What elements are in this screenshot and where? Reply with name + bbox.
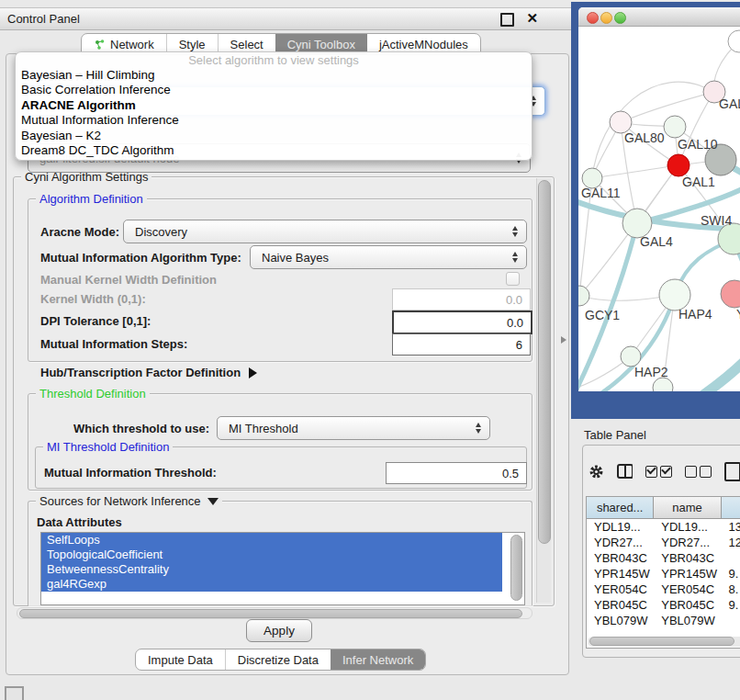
float-panel-icon[interactable] bbox=[500, 13, 514, 27]
kernel-width-label: Kernel Width (0,1): bbox=[40, 292, 146, 306]
cell-name: YPR145W bbox=[654, 566, 721, 581]
node-label: GCY1 bbox=[585, 308, 620, 322]
network-window: GAL GAL80 GAL10 GAL1 GAL11 GAL4 SWI4 GCY… bbox=[578, 7, 740, 391]
tab-infer-network[interactable]: Infer Network bbox=[331, 649, 425, 670]
tab-label: Select bbox=[230, 38, 263, 51]
manual-kernel-width-checkbox[interactable] bbox=[506, 272, 520, 286]
cell-shared-name: YBR043C bbox=[587, 550, 654, 566]
split-columns-icon[interactable] bbox=[617, 464, 633, 479]
node-label: GAL11 bbox=[581, 186, 621, 200]
minimize-window-icon[interactable] bbox=[600, 12, 612, 24]
which-threshold-value: MI Threshold bbox=[218, 422, 298, 435]
kernel-width-field[interactable]: 0.0 bbox=[392, 288, 531, 310]
settings-hscrollbar-thumb[interactable] bbox=[19, 609, 522, 618]
data-attributes-label: Data Attributes bbox=[37, 515, 122, 529]
table-row[interactable]: YPR145W YPR145W 9. bbox=[587, 566, 740, 581]
settings-vscrollbar-thumb[interactable] bbox=[538, 180, 551, 544]
cell-value bbox=[722, 613, 740, 627]
table-body: YDL19... YDL19... 13 YDR27... YDR27... 1… bbox=[587, 519, 740, 627]
column-header-shared-name[interactable]: shared... bbox=[587, 497, 654, 518]
algorithm-dropdown: Select algorithm to view settings Bayesi… bbox=[15, 51, 533, 161]
network-canvas[interactable]: GAL GAL80 GAL10 GAL1 GAL11 GAL4 SWI4 GCY… bbox=[578, 26, 740, 391]
node-hap4[interactable] bbox=[659, 279, 690, 310]
cell-shared-name: YDL19... bbox=[587, 519, 654, 535]
dpi-tolerance-field[interactable]: 0.0 bbox=[392, 310, 533, 334]
deselect-all-columns-icon[interactable] bbox=[685, 466, 712, 478]
mi-algorithm-type-combobox[interactable]: Naive Bayes bbox=[250, 245, 527, 269]
function-builder-icon[interactable] bbox=[724, 462, 740, 481]
tab-label: Discretize Data bbox=[238, 653, 319, 667]
tab-label: Style bbox=[179, 38, 206, 51]
tab-discretize-data[interactable]: Discretize Data bbox=[225, 649, 331, 670]
node-label: Y bbox=[736, 307, 740, 322]
node-table: shared... name YDL19... YDL19... 13 YDR2… bbox=[586, 496, 740, 649]
list-item-topologicalcoefficient[interactable]: TopologicalCoefficient bbox=[41, 548, 502, 562]
hub-definition-toggle[interactable]: Hub/Transcription Factor Definition bbox=[40, 366, 257, 379]
mi-steps-field[interactable]: 6 bbox=[392, 333, 531, 356]
algorithm-option-bayesian-k2[interactable]: Bayesian – K2 bbox=[16, 129, 532, 143]
mi-threshold-field[interactable]: 0.5 bbox=[386, 462, 527, 484]
data-attributes-list: SelfLoops TopologicalCoefficient Between… bbox=[40, 532, 525, 605]
close-window-icon[interactable] bbox=[587, 12, 599, 24]
aracne-mode-value: Discovery bbox=[124, 225, 187, 239]
sources-group-label: Sources for Network Inference bbox=[39, 494, 201, 508]
node-salmon[interactable] bbox=[721, 280, 740, 308]
node-gal10[interactable] bbox=[664, 116, 686, 138]
stepper-arrows-icon bbox=[512, 226, 518, 237]
which-threshold-combobox[interactable]: MI Threshold bbox=[217, 416, 490, 440]
algorithm-option-mutual-information[interactable]: Mutual Information Inference bbox=[16, 113, 532, 128]
column-header-partial[interactable] bbox=[722, 497, 740, 518]
network-graph-icon bbox=[94, 39, 106, 51]
node-gcy1[interactable] bbox=[578, 286, 589, 306]
cell-shared-name: YBL079W bbox=[587, 613, 654, 627]
list-item-gal4rgexp[interactable]: gal4RGexp bbox=[41, 577, 502, 592]
apply-button[interactable]: Apply bbox=[246, 619, 312, 642]
algorithm-option-dream8[interactable]: Dream8 DC_TDC Algorithm bbox=[16, 143, 532, 158]
list-vscrollbar-thumb[interactable] bbox=[510, 535, 522, 601]
dpi-tolerance-label: DPI Tolerance [0,1]: bbox=[40, 314, 151, 328]
mi-threshold-value: 0.5 bbox=[502, 467, 519, 480]
cell-name: YBR043C bbox=[654, 550, 721, 566]
node-hap2[interactable] bbox=[621, 346, 641, 367]
manual-kernel-width-label: Manual Kernel Width Definition bbox=[40, 273, 217, 287]
gear-icon[interactable] bbox=[589, 464, 604, 480]
close-panel-icon[interactable]: ✕ bbox=[526, 10, 538, 27]
cell-value: 9. bbox=[722, 597, 740, 613]
algorithm-option-aracne[interactable]: ARACNE Algorithm bbox=[16, 98, 532, 113]
network-view-frame: GAL GAL80 GAL10 GAL1 GAL11 GAL4 SWI4 GCY… bbox=[571, 2, 740, 419]
list-item-betweennesscentrality[interactable]: BetweennessCentrality bbox=[41, 562, 502, 577]
table-row[interactable]: YBL079W YBL079W bbox=[587, 613, 740, 627]
column-header-name[interactable]: name bbox=[654, 497, 721, 518]
network-window-titlebar[interactable] bbox=[578, 7, 740, 27]
cell-shared-name: YBR045C bbox=[587, 597, 654, 613]
table-row[interactable]: YDR27... YDR27... 12 bbox=[587, 535, 740, 550]
table-hscrollbar-thumb[interactable] bbox=[589, 637, 734, 646]
node-label: HAP2 bbox=[634, 365, 668, 379]
cyni-bottom-tabs: Impute Data Discretize Data Infer Networ… bbox=[135, 649, 426, 671]
select-all-columns-icon[interactable] bbox=[645, 466, 672, 478]
table-row[interactable]: YER054C YER054C 8. bbox=[587, 581, 740, 597]
node-label: GAL80 bbox=[624, 130, 665, 145]
control-panel-titlebar: Control Panel ✕ bbox=[0, 7, 571, 30]
table-row[interactable]: YBR043C YBR043C bbox=[587, 550, 740, 566]
mi-steps-label: Mutual Information Steps: bbox=[40, 337, 187, 351]
table-row[interactable]: YDL19... YDL19... 13 bbox=[587, 519, 740, 535]
splitpane-resize-handle[interactable] bbox=[561, 336, 566, 344]
node-gal1-selected[interactable] bbox=[667, 154, 690, 176]
cell-name: YBL079W bbox=[654, 613, 721, 627]
tab-impute-data[interactable]: Impute Data bbox=[136, 649, 225, 670]
aracne-mode-label: Aracne Mode: bbox=[40, 225, 119, 239]
mi-threshold-group-title: MI Threshold Definition bbox=[43, 440, 173, 454]
table-row[interactable]: YBR045C YBR045C 9. bbox=[587, 597, 740, 613]
docked-panel-icon[interactable] bbox=[5, 686, 24, 700]
node-partial-bottom[interactable] bbox=[653, 378, 673, 391]
algorithm-option-bayesian-hill[interactable]: Bayesian – Hill Climbing bbox=[16, 68, 532, 83]
aracne-mode-combobox[interactable]: Discovery bbox=[123, 220, 527, 243]
cell-value: 8. bbox=[722, 581, 740, 597]
list-item-selfloops[interactable]: SelfLoops bbox=[41, 533, 502, 548]
node-partial-top[interactable] bbox=[728, 30, 740, 52]
algorithm-option-basic-correlation[interactable]: Basic Correlation Inference bbox=[16, 83, 532, 97]
zoom-window-icon[interactable] bbox=[614, 12, 626, 24]
node-label: GAL bbox=[719, 96, 740, 111]
sources-group-title[interactable]: Sources for Network Inference bbox=[36, 494, 222, 508]
